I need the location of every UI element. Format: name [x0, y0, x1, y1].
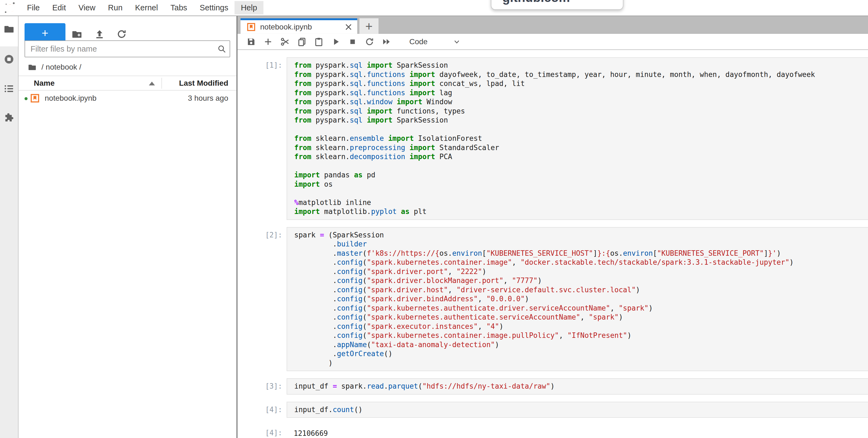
code-line: from sklearn.ensemble import IsolationFo…: [294, 134, 868, 143]
file-browser-icon[interactable]: [4, 24, 14, 34]
code-line: .config("spark.kubernetes.authenticate.s…: [294, 313, 868, 322]
code-cell: [1]:from pyspark.sql import SparkSession…: [238, 57, 868, 220]
code-line: import matplotlib.pyplot as plt: [294, 207, 868, 216]
input-prompt: [3]:: [238, 378, 287, 395]
cell-type-label: Code: [409, 37, 428, 46]
code-line: [294, 162, 868, 171]
run-all-icon[interactable]: [381, 37, 391, 47]
code-line: .getOrCreate(): [294, 349, 868, 358]
code-line: from sklearn.decomposition import PCA: [294, 152, 868, 162]
home-folder-icon[interactable]: [28, 63, 36, 71]
code-cell: [4]:input_df.count(): [238, 402, 868, 418]
stop-icon[interactable]: [348, 37, 358, 47]
menu-tabs[interactable]: Tabs: [164, 1, 193, 14]
table-of-contents-icon[interactable]: [4, 83, 14, 94]
output-area: [4]:12106669: [238, 425, 868, 438]
menu-settings[interactable]: Settings: [193, 1, 235, 14]
code-line: input_df = spark.read.parquet("hdfs://hd…: [294, 382, 868, 391]
notebook-panel: notebook.ipynb +: [238, 16, 868, 438]
code-line: import pandas as pd: [294, 171, 868, 180]
notebook-toolbar: Code: [238, 34, 868, 50]
cell-editor[interactable]: from pyspark.sql import SparkSessionfrom…: [287, 57, 868, 220]
code-line: .config("spark.driver.blockManager.port"…: [294, 276, 868, 286]
code-line: .config("spark.executor.instances", "4"): [294, 322, 868, 331]
menu-kernel[interactable]: Kernel: [129, 1, 164, 14]
code-line: .builder: [294, 240, 868, 249]
file-name: notebook.ipynb: [45, 94, 96, 103]
tab-title: notebook.ipynb: [260, 23, 344, 31]
code-line: from pyspark.sql.functions import concat…: [294, 79, 868, 88]
input-prompt: [1]:: [238, 57, 287, 220]
code-line: ): [294, 358, 868, 368]
code-line: from pyspark.sql.functions import lag: [294, 88, 868, 98]
menu-edit[interactable]: Edit: [46, 1, 72, 14]
new-folder-icon[interactable]: [71, 29, 82, 39]
search-icon: [217, 44, 226, 54]
code-line: .config("spark.kubernetes.container.imag…: [294, 331, 868, 340]
menu-view[interactable]: View: [72, 1, 102, 14]
new-tab-button[interactable]: +: [360, 18, 378, 34]
breadcrumb[interactable]: / notebook /: [28, 61, 81, 73]
upload-icon[interactable]: [94, 29, 105, 39]
code-cell: [3]:input_df = spark.read.parquet("hdfs:…: [238, 378, 868, 395]
save-icon[interactable]: [246, 37, 256, 47]
running-kernel-dot: [25, 97, 28, 100]
code-line: from sklearn.preprocessing import Standa…: [294, 143, 868, 152]
sort-ascending-icon: [149, 82, 155, 85]
app-shell: + / notebook / Name Last Modified: [0, 16, 868, 438]
cell-editor[interactable]: input_df = spark.read.parquet("hdfs://hd…: [287, 378, 868, 395]
code-line: from pyspark.sql import functions, types: [294, 107, 868, 116]
close-icon[interactable]: [344, 23, 353, 31]
code-cell: [2]:spark = (SparkSession .builder .mast…: [238, 227, 868, 372]
cells: [1]:from pyspark.sql import SparkSession…: [238, 50, 868, 438]
code-line: [294, 189, 868, 198]
file-list-header: Name Last Modified: [19, 76, 237, 91]
code-line: .config("spark.kubernetes.authenticate.d…: [294, 304, 868, 313]
insert-cell-icon[interactable]: [263, 37, 273, 47]
refresh-icon[interactable]: [116, 29, 127, 39]
input-prompt: [4]:: [238, 402, 287, 418]
cell-type-select[interactable]: Code: [409, 37, 461, 46]
column-header-last-modified[interactable]: Last Modified: [179, 79, 228, 88]
tab-notebook[interactable]: notebook.ipynb: [241, 18, 357, 34]
input-prompt: [2]:: [238, 227, 287, 372]
code-line: import os: [294, 180, 868, 189]
jupyter-logo-icon: [3, 1, 17, 15]
code-line: %matplotlib inline: [294, 198, 868, 207]
filter-input[interactable]: [25, 40, 230, 57]
cell-editor[interactable]: spark = (SparkSession .builder .master(f…: [287, 227, 868, 372]
file-last-modified: 3 hours ago: [188, 94, 228, 103]
cell-output-text: 12106669: [287, 425, 868, 438]
filter-box: [25, 40, 230, 57]
code-line: from pyspark.sql import SparkSession: [294, 116, 868, 125]
column-header-name[interactable]: Name: [34, 79, 55, 88]
browser-popup: github.com: [491, 0, 623, 10]
notebook-file-icon: [30, 93, 40, 103]
menu-bar: File Edit View Run Kernel Tabs Settings …: [0, 0, 868, 16]
activity-sidebar: [0, 16, 19, 438]
copy-icon[interactable]: [297, 37, 307, 47]
code-line: from pyspark.sql.functions import dayofw…: [294, 70, 868, 80]
code-line: spark = (SparkSession: [294, 231, 868, 240]
menu-file[interactable]: File: [21, 1, 46, 14]
code-line: [294, 125, 868, 134]
code-line: .config("spark.driver.bindAddress", "0.0…: [294, 294, 868, 304]
code-line: input_df.count(): [294, 405, 868, 414]
file-row[interactable]: notebook.ipynb 3 hours ago: [19, 91, 237, 107]
paste-icon[interactable]: [314, 37, 324, 47]
notebook-tab-icon: [247, 22, 256, 32]
menu-run[interactable]: Run: [102, 1, 129, 14]
code-line: .config("spark.driver.host", "driver-ser…: [294, 286, 868, 295]
chevron-down-icon: [453, 38, 461, 46]
restart-kernel-icon[interactable]: [365, 37, 374, 47]
column-divider: [161, 78, 162, 89]
cell-editor[interactable]: input_df.count(): [287, 402, 868, 418]
menu-help[interactable]: Help: [235, 1, 264, 14]
extensions-icon[interactable]: [4, 112, 14, 123]
breadcrumb-path: / notebook /: [41, 63, 81, 71]
code-line: .config("spark.driver.port", "2222"): [294, 267, 868, 276]
running-sessions-icon[interactable]: [4, 54, 14, 65]
tab-bar: notebook.ipynb +: [238, 16, 868, 34]
cut-icon[interactable]: [280, 37, 290, 47]
run-icon[interactable]: [331, 37, 341, 47]
